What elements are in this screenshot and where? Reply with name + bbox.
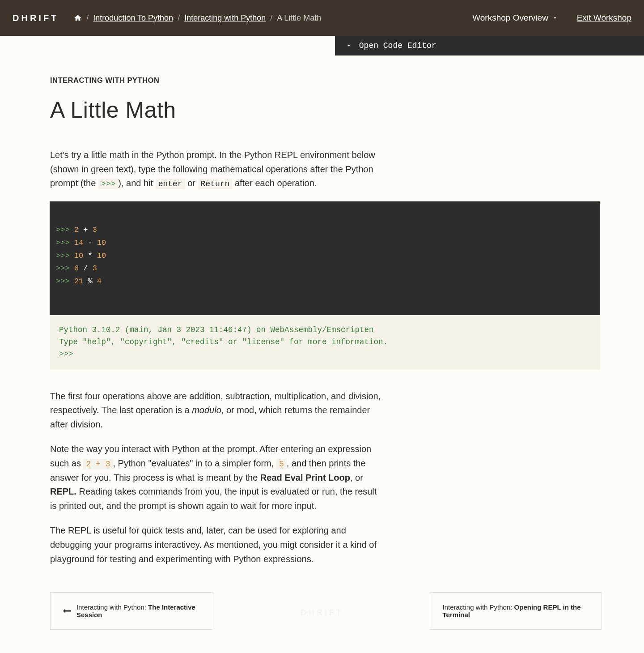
top-left: DHRIFT / Introduction To Python / Intera… — [13, 13, 321, 23]
code-line: >>> 10 * 10 — [56, 250, 593, 263]
breadcrumb-interacting[interactable]: Interacting with Python — [184, 13, 266, 23]
next-page-card[interactable]: Interacting with Python: Opening REPL in… — [430, 592, 602, 630]
top-bar: DHRIFT / Introduction To Python / Intera… — [0, 0, 644, 36]
breadcrumb-sep: / — [178, 13, 180, 23]
arrow-left-icon — [63, 608, 71, 614]
breadcrumb-intro[interactable]: Introduction To Python — [93, 13, 173, 23]
breadcrumb-sep: / — [86, 13, 89, 23]
code-line: >>> 21 % 4 — [56, 275, 593, 288]
paragraph-2: The first four operations above are addi… — [50, 389, 385, 432]
workshop-overview-toggle[interactable]: Workshop Overview — [472, 13, 558, 23]
nav-cards: Interacting with Python: The Interactive… — [50, 592, 602, 630]
breadcrumb-current: A Little Math — [277, 13, 321, 23]
return-key: Return — [198, 179, 233, 189]
paragraph-4: The REPL is useful for quick tests and, … — [50, 524, 385, 566]
chevron-down-icon — [346, 43, 352, 49]
prompt-inline: >>> — [98, 179, 118, 189]
code-block: >>> 2 + 3 >>> 14 - 10 >>> 10 * 10 >>> 6 … — [50, 201, 600, 315]
enter-key: enter — [156, 179, 185, 189]
paragraph-3: Note the way you interact with Python at… — [50, 442, 385, 513]
terminal-output[interactable]: Python 3.10.2 (main, Jan 3 2023 11:46:47… — [50, 315, 600, 369]
breadcrumb-sep: / — [270, 13, 272, 23]
prev-page-card[interactable]: Interacting with Python: The Interactive… — [50, 592, 213, 630]
terminal-line: Type "help", "copyright", "credits" or "… — [59, 336, 591, 348]
chevron-down-icon — [552, 15, 558, 21]
home-icon[interactable] — [74, 14, 82, 22]
exit-workshop-link[interactable]: Exit Workshop — [577, 13, 631, 23]
breadcrumb: / Introduction To Python / Interacting w… — [74, 13, 321, 23]
intro-paragraph: Let's try a little math in the Python pr… — [50, 148, 385, 191]
code-inline-expr: 2 + 3 — [83, 459, 113, 469]
main-content: INTERACTING WITH PYTHON A Little Math Le… — [0, 55, 385, 630]
code-line: >>> 6 / 3 — [56, 262, 593, 275]
eyebrow: INTERACTING WITH PYTHON — [50, 76, 385, 85]
code-line: >>> 14 - 10 — [56, 237, 593, 250]
code-line: >>> 2 + 3 — [56, 224, 593, 237]
logo-text: DHRIFT — [13, 13, 59, 23]
top-right: Workshop Overview Exit Workshop — [472, 13, 631, 23]
terminal-line: Python 3.10.2 (main, Jan 3 2023 11:46:47… — [59, 324, 591, 336]
page-title: A Little Math — [50, 97, 385, 123]
logo[interactable]: DHRIFT — [13, 13, 59, 23]
code-inline-result: 5 — [276, 459, 287, 469]
editor-bar-label: Open Code Editor — [359, 41, 436, 50]
workshop-overview-label: Workshop Overview — [472, 13, 548, 23]
open-code-editor-button[interactable]: Open Code Editor — [335, 36, 644, 55]
terminal-prompt: >>> — [59, 348, 591, 360]
